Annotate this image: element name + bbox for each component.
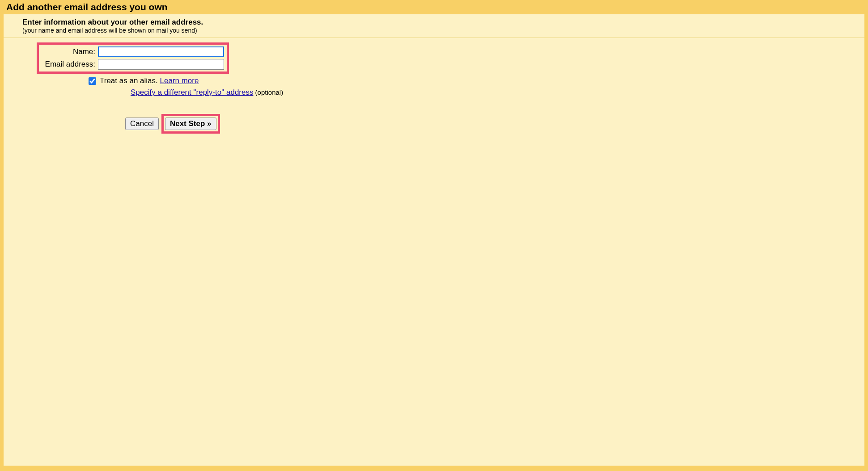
instruction-primary: Enter information about your other email… [22,18,864,27]
replyto-row: Specify a different "reply-to" address (… [131,88,864,97]
email-input[interactable] [98,59,224,70]
name-input[interactable] [98,46,224,57]
next-step-button[interactable]: Next Step » [165,118,216,130]
form-area: Name: Email address: Treat as an alias. … [4,42,864,134]
email-row: Email address: [42,59,224,70]
input-highlight-box: Name: Email address: [37,42,229,74]
alias-checkbox[interactable] [89,77,96,85]
alias-learn-more-link[interactable]: Learn more [160,76,199,85]
name-row: Name: [42,46,224,57]
dialog-title: Add another email address you own [6,2,168,12]
dialog-content: Enter information about your other email… [4,14,864,466]
replyto-link[interactable]: Specify a different "reply-to" address [131,88,253,97]
cancel-button[interactable]: Cancel [125,118,159,130]
name-label: Name: [42,47,98,56]
instruction-secondary: (your name and email address will be sho… [22,27,864,34]
email-label: Email address: [42,60,98,69]
instructions-block: Enter information about your other email… [4,18,864,38]
alias-row: Treat as an alias. Learn more [89,76,864,85]
next-highlight-box: Next Step » [161,114,220,134]
button-row: Cancel Next Step » [125,114,864,134]
dialog-header: Add another email address you own [0,0,868,14]
alias-text: Treat as an alias. [100,76,160,85]
replyto-optional: (optional) [253,88,283,96]
alias-text-wrapper: Treat as an alias. Learn more [100,76,199,85]
